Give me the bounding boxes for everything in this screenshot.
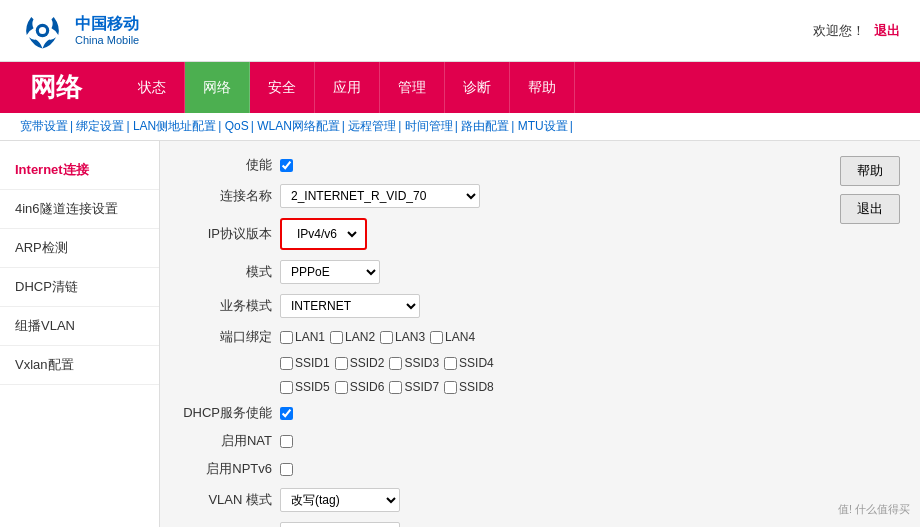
dhcp-enable-row: DHCP服务使能 (180, 404, 900, 422)
connection-name-row: 连接名称 2_INTERNET_R_VID_70 (180, 184, 900, 208)
ssid-row1: SSID1 SSID2 SSID3 SSID4 (180, 356, 900, 370)
tab-status[interactable]: 状态 (120, 62, 185, 113)
mode-label: 模式 (180, 263, 280, 281)
ssid8-label: SSID8 (444, 380, 494, 394)
logo-text: 中国移动 China Mobile (75, 14, 139, 46)
tab-management[interactable]: 管理 (380, 62, 445, 113)
port-checkboxes: LAN1 LAN2 LAN3 LAN4 (280, 330, 475, 344)
vlan-id-input[interactable] (280, 522, 400, 527)
watermark: 值! 什么值得买 (838, 502, 910, 517)
port-bind-row: 端口绑定 LAN1 LAN2 LAN3 LAN4 (180, 328, 900, 346)
tab-help[interactable]: 帮助 (510, 62, 575, 113)
subnav-broadband[interactable]: 宽带设置 (20, 119, 68, 133)
tab-application[interactable]: 应用 (315, 62, 380, 113)
tab-network[interactable]: 网络 (185, 62, 250, 113)
mode-select[interactable]: PPPoE DHCP Static (280, 260, 380, 284)
subnav: 宽带设置| 绑定设置| LAN侧地址配置| QoS| WLAN网络配置| 远程管… (0, 113, 920, 141)
ssid3-label: SSID3 (389, 356, 439, 370)
enable-checkbox[interactable] (280, 159, 293, 172)
nptv6-enable-label: 启用NPTv6 (180, 460, 280, 478)
vlan-id-row: VLAN ID (180, 522, 900, 527)
sidebar-item-internet[interactable]: Internet连接 (0, 151, 159, 190)
service-mode-row: 业务模式 INTERNET OTHER (180, 294, 900, 318)
ssid1-checkbox[interactable] (280, 357, 293, 370)
vlan-mode-label: VLAN 模式 (180, 491, 280, 509)
action-buttons: 帮助 退出 (840, 156, 900, 224)
connection-name-select[interactable]: 2_INTERNET_R_VID_70 (280, 184, 480, 208)
subnav-lan[interactable]: LAN侧地址配置 (133, 119, 216, 133)
vlan-mode-row: VLAN 模式 改写(tag) 透传 不处理 (180, 488, 900, 512)
subnav-wlan[interactable]: WLAN网络配置 (257, 119, 340, 133)
service-mode-label: 业务模式 (180, 297, 280, 315)
ssid8-checkbox[interactable] (444, 381, 457, 394)
lan4-checkbox[interactable] (430, 331, 443, 344)
lan1-label: LAN1 (280, 330, 325, 344)
service-mode-select[interactable]: INTERNET OTHER (280, 294, 420, 318)
sidebar-item-vlan[interactable]: 组播VLAN (0, 307, 159, 346)
navbar-title: 网络 (0, 62, 120, 113)
logo-area: 中国移动 China Mobile (20, 8, 139, 53)
nat-enable-label: 启用NAT (180, 432, 280, 450)
ssid2-checkbox[interactable] (335, 357, 348, 370)
subnav-mtu[interactable]: MTU设置 (518, 119, 568, 133)
sidebar: Internet连接 4in6隧道连接设置 ARP检测 DHCP清链 组播VLA… (0, 141, 160, 527)
navbar: 网络 状态 网络 安全 应用 管理 诊断 帮助 (0, 62, 920, 113)
sidebar-item-dhcp[interactable]: DHCP清链 (0, 268, 159, 307)
sidebar-item-arp[interactable]: ARP检测 (0, 229, 159, 268)
ip-protocol-label: IP协议版本 (180, 225, 280, 243)
ssid7-label: SSID7 (389, 380, 439, 394)
ssid-row2: SSID5 SSID6 SSID7 SSID8 (180, 380, 900, 394)
ip-protocol-highlight: IPv4/v6 IPv4 IPv6 (280, 218, 367, 250)
ip-protocol-row: IP协议版本 IPv4/v6 IPv4 IPv6 (180, 218, 900, 250)
subnav-remote[interactable]: 远程管理 (348, 119, 396, 133)
mode-row: 模式 PPPoE DHCP Static (180, 260, 900, 284)
lan3-label: LAN3 (380, 330, 425, 344)
nptv6-enable-row: 启用NPTv6 (180, 460, 900, 478)
connection-name-label: 连接名称 (180, 187, 280, 205)
ssid7-checkbox[interactable] (389, 381, 402, 394)
ssid2-label: SSID2 (335, 356, 385, 370)
subnav-route[interactable]: 路由配置 (461, 119, 509, 133)
lan3-checkbox[interactable] (380, 331, 393, 344)
port-bind-label: 端口绑定 (180, 328, 280, 346)
ip-protocol-select[interactable]: IPv4/v6 IPv4 IPv6 (287, 223, 360, 245)
lan4-label: LAN4 (430, 330, 475, 344)
header: 中国移动 China Mobile 欢迎您！ 退出 (0, 0, 920, 62)
tab-security[interactable]: 安全 (250, 62, 315, 113)
ssid4-label: SSID4 (444, 356, 494, 370)
ssid6-label: SSID6 (335, 380, 385, 394)
enable-label: 使能 (180, 156, 280, 174)
enable-row: 使能 (180, 156, 900, 174)
ssid1-checkboxes: SSID1 SSID2 SSID3 SSID4 (280, 356, 494, 370)
lan2-checkbox[interactable] (330, 331, 343, 344)
content: 帮助 退出 使能 连接名称 2_INTERNET_R_VID_70 IP协议版本… (160, 141, 920, 527)
nat-enable-row: 启用NAT (180, 432, 900, 450)
sidebar-item-vxlan[interactable]: Vxlan配置 (0, 346, 159, 385)
logout-button[interactable]: 退出 (840, 194, 900, 224)
sidebar-item-4in6[interactable]: 4in6隧道连接设置 (0, 190, 159, 229)
ssid1-label: SSID1 (280, 356, 330, 370)
subnav-qos[interactable]: QoS (225, 119, 249, 133)
ssid5-label: SSID5 (280, 380, 330, 394)
vlan-mode-select[interactable]: 改写(tag) 透传 不处理 (280, 488, 400, 512)
ssid2-checkboxes: SSID5 SSID6 SSID7 SSID8 (280, 380, 494, 394)
ssid4-checkbox[interactable] (444, 357, 457, 370)
ssid3-checkbox[interactable] (389, 357, 402, 370)
header-right: 欢迎您！ 退出 (813, 22, 900, 40)
logo-icon (20, 8, 65, 53)
dhcp-enable-checkbox[interactable] (280, 407, 293, 420)
nat-enable-checkbox[interactable] (280, 435, 293, 448)
ssid6-checkbox[interactable] (335, 381, 348, 394)
nptv6-enable-checkbox[interactable] (280, 463, 293, 476)
lan1-checkbox[interactable] (280, 331, 293, 344)
help-button[interactable]: 帮助 (840, 156, 900, 186)
dhcp-enable-label: DHCP服务使能 (180, 404, 280, 422)
lan2-label: LAN2 (330, 330, 375, 344)
ssid5-checkbox[interactable] (280, 381, 293, 394)
main: Internet连接 4in6隧道连接设置 ARP检测 DHCP清链 组播VLA… (0, 141, 920, 527)
subnav-time[interactable]: 时间管理 (405, 119, 453, 133)
nav-tabs: 状态 网络 安全 应用 管理 诊断 帮助 (120, 62, 920, 113)
subnav-bind[interactable]: 绑定设置 (76, 119, 124, 133)
tab-diagnosis[interactable]: 诊断 (445, 62, 510, 113)
header-logout-button[interactable]: 退出 (874, 23, 900, 38)
